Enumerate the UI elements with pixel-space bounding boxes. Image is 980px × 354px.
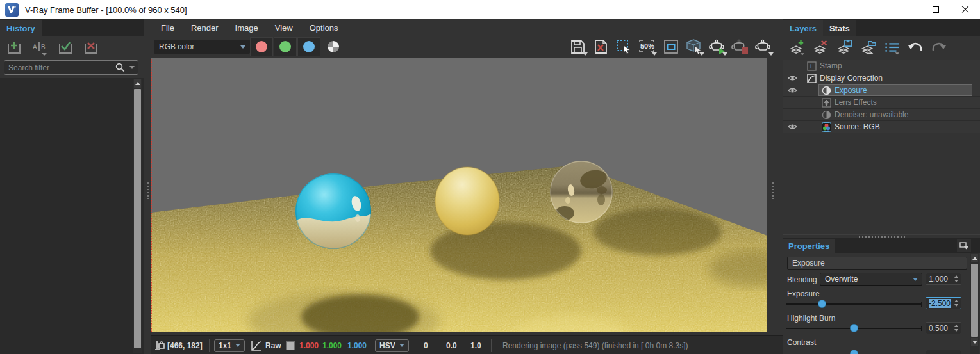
- layer-row-exposure[interactable]: Exposure: [783, 84, 980, 97]
- contrast-slider-knob[interactable]: [850, 350, 858, 354]
- spinner-arrows-icon[interactable]: [952, 273, 959, 284]
- channel-selector-value: RGB color: [159, 42, 194, 51]
- lens-effects-icon: [822, 98, 831, 109]
- add-layer-button[interactable]: [788, 38, 805, 56]
- left-splitter[interactable]: [144, 19, 151, 354]
- fit-to-window-button[interactable]: [660, 37, 682, 56]
- maximize-button[interactable]: [921, 0, 951, 19]
- hsv-v-value: 1.0: [470, 336, 481, 354]
- exposure-value: -2.500: [929, 299, 951, 308]
- layer-row-display-correction[interactable]: Display Correction: [783, 72, 980, 84]
- scroll-up-icon[interactable]: [134, 79, 141, 88]
- blue-channel-button[interactable]: [297, 37, 320, 56]
- layer-row-lens-effects[interactable]: Lens Effects: [783, 97, 980, 109]
- render-viewport[interactable]: [151, 58, 767, 332]
- tab-history[interactable]: History: [0, 20, 42, 36]
- menu-view[interactable]: View: [267, 19, 301, 36]
- exposure-slider[interactable]: [786, 300, 922, 308]
- statusbar: [466, 182] 1x1 Raw 1.000 1.000 1.000 HSV…: [151, 335, 783, 354]
- layer-name-field[interactable]: Exposure: [787, 257, 967, 270]
- menu-options[interactable]: Options: [301, 19, 347, 36]
- right-splitter[interactable]: [769, 19, 776, 354]
- history-set-button[interactable]: [55, 38, 76, 58]
- tab-stats[interactable]: Stats: [823, 20, 856, 36]
- menu-render[interactable]: Render: [183, 19, 227, 36]
- red-channel-button[interactable]: [250, 37, 273, 56]
- properties-scrollbar[interactable]: [970, 253, 979, 354]
- spinner-arrows-icon[interactable]: [952, 323, 959, 334]
- clear-image-button[interactable]: [590, 37, 611, 56]
- region-render-button[interactable]: [613, 37, 635, 56]
- green-channel-icon: [279, 41, 291, 52]
- layer-name: Lens Effects: [835, 98, 877, 108]
- search-input[interactable]: [4, 63, 115, 72]
- history-list[interactable]: [0, 78, 144, 354]
- pixel-scale-dropdown[interactable]: 1x1: [214, 336, 245, 354]
- layer-row-denoiser[interactable]: Denoiser: unavailable: [783, 109, 980, 121]
- isolate-select-button[interactable]: [683, 37, 705, 56]
- history-save-button[interactable]: [4, 38, 24, 58]
- minimize-button[interactable]: [892, 0, 921, 19]
- scroll-down-icon[interactable]: [971, 338, 978, 346]
- redo-button[interactable]: [931, 38, 947, 56]
- save-image-button[interactable]: [567, 37, 588, 56]
- history-remove-button[interactable]: [81, 38, 101, 58]
- history-compare-ab-button[interactable]: A B: [29, 38, 50, 58]
- layer-name: Denoiser: unavailable: [835, 110, 908, 120]
- exposure-layer-icon: [822, 86, 831, 97]
- eye-icon[interactable]: [788, 86, 797, 96]
- blending-weight-value: 1.000: [929, 275, 948, 284]
- pixel-probe-lock-icon[interactable]: [154, 336, 165, 354]
- render-button[interactable]: [706, 37, 728, 56]
- undo-button[interactable]: [907, 38, 924, 56]
- statusbar-divider: [370, 339, 370, 352]
- contrast-spinbox[interactable]: [926, 350, 961, 354]
- clear-image-icon: [592, 38, 609, 55]
- layer-list-menu-button[interactable]: [883, 38, 900, 56]
- properties-header: Properties: [783, 238, 980, 253]
- channel-selector-dropdown[interactable]: RGB color: [154, 40, 250, 54]
- menu-image[interactable]: Image: [227, 19, 267, 36]
- history-tabrow: History: [0, 19, 144, 36]
- eye-icon[interactable]: [788, 123, 797, 133]
- layer-row-source-rgb[interactable]: Source: RGB: [783, 121, 980, 133]
- load-layers-button[interactable]: [860, 38, 876, 56]
- color-curve-icon[interactable]: [251, 336, 262, 354]
- blending-dropdown[interactable]: Overwrite: [820, 273, 922, 286]
- svg-text:A: A: [33, 44, 37, 51]
- tab-properties[interactable]: Properties: [783, 239, 835, 253]
- exposure-slider-knob[interactable]: [818, 300, 826, 308]
- chevron-down-icon: [235, 344, 240, 347]
- zoom-level-button[interactable]: 50%: [636, 37, 658, 56]
- menu-file[interactable]: File: [153, 19, 183, 36]
- highlight-burn-slider[interactable]: [786, 324, 922, 332]
- contrast-slider[interactable]: [786, 350, 922, 354]
- layer-name: Display Correction: [820, 74, 883, 83]
- mono-channel-button[interactable]: [322, 37, 345, 56]
- probe-color-swatch: [286, 336, 295, 354]
- close-button[interactable]: [951, 0, 980, 19]
- menubar: File Render Image View Options: [151, 19, 783, 36]
- search-options-dropdown[interactable]: [126, 66, 138, 69]
- properties-scroll-thumb[interactable]: [971, 264, 978, 337]
- history-scroll-thumb[interactable]: [134, 89, 141, 348]
- save-layers-button[interactable]: [836, 38, 852, 56]
- highlight-burn-value: 0.500: [929, 324, 948, 333]
- blending-weight-spinbox[interactable]: 1.000: [926, 273, 961, 285]
- color-model-dropdown[interactable]: HSV: [375, 336, 409, 354]
- exposure-spinbox[interactable]: -2.500: [926, 297, 961, 309]
- eye-icon[interactable]: [788, 74, 797, 84]
- tab-layers[interactable]: Layers: [783, 20, 823, 36]
- properties-menu-button[interactable]: [957, 239, 971, 252]
- highlight-burn-spinbox[interactable]: 0.500: [926, 322, 961, 334]
- scroll-up-icon[interactable]: [971, 254, 978, 262]
- delete-layer-button[interactable]: [812, 38, 829, 56]
- stop-render-button[interactable]: [729, 37, 751, 56]
- green-channel-button[interactable]: [274, 37, 297, 56]
- highlight-burn-slider-knob[interactable]: [850, 324, 858, 332]
- layer-row-stamp[interactable]: i Stamp: [783, 60, 980, 72]
- hsv-s-value: 0.0: [446, 336, 457, 354]
- history-scrollbar[interactable]: [133, 79, 142, 353]
- spinner-arrows-icon[interactable]: [952, 298, 959, 309]
- chevron-down-icon: [240, 45, 245, 49]
